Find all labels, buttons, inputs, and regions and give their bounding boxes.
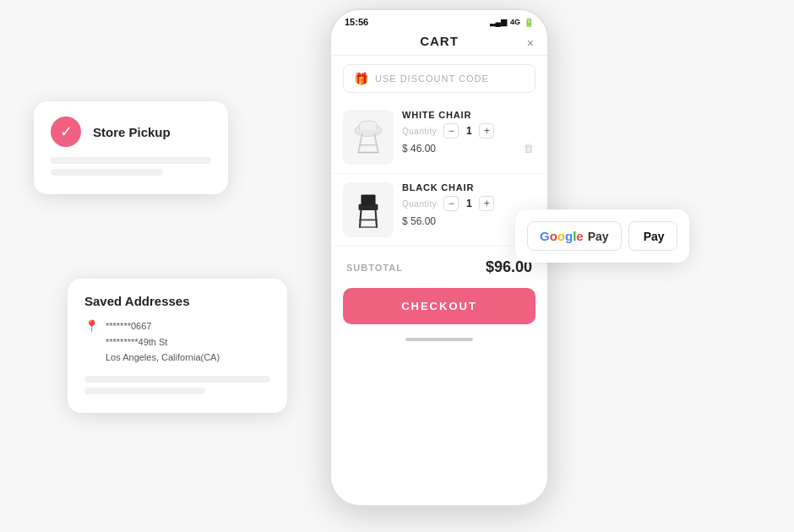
status-time: 15:56 — [345, 17, 368, 27]
subtotal-label: SUBTOTAL — [346, 263, 403, 273]
apay-label: Pay — [644, 230, 665, 243]
skeleton-line — [84, 388, 205, 394]
svg-line-1 — [358, 133, 362, 152]
home-bar — [331, 333, 547, 345]
white-chair-image — [343, 110, 394, 165]
skeleton-line — [51, 169, 163, 176]
battery-icon: 🔋 — [524, 18, 534, 27]
saved-addresses-card: Saved Addresses 📍 *******0667 *********4… — [68, 279, 287, 413]
decrease-qty-white[interactable]: − — [443, 123, 459, 138]
pin-icon: 📍 — [84, 319, 99, 333]
home-indicator — [405, 338, 473, 341]
address-line1: *******0667 — [106, 321, 151, 331]
discount-label: USE DISCOUNT CODE — [375, 73, 489, 84]
status-bar: 15:56 ▂▄▆ 4G 🔋 — [331, 10, 547, 30]
gift-icon: 🎁 — [354, 72, 368, 85]
address-line2: *********49th St — [106, 337, 167, 347]
white-chair-name: WHITE CHAIR — [402, 110, 536, 120]
increase-qty-white[interactable]: + — [479, 123, 494, 138]
address-text: *******0667 *********49th St Los Angeles… — [106, 318, 220, 366]
qty-value-black: 1 — [462, 198, 476, 209]
status-icons: ▂▄▆ 4G 🔋 — [490, 18, 534, 27]
qty-value-white: 1 — [462, 125, 476, 137]
svg-line-7 — [360, 210, 361, 227]
phone-mockup: 15:56 ▂▄▆ 4G 🔋 CART × 🎁 USE DISCOUNT COD… — [329, 8, 549, 507]
svg-line-8 — [376, 210, 377, 227]
cart-header: CART × — [331, 30, 547, 56]
g-icon: Google — [540, 229, 584, 243]
svg-rect-6 — [361, 194, 375, 205]
quantity-label: Quantity — [402, 127, 437, 136]
black-chair-image — [343, 182, 394, 237]
svg-line-2 — [374, 133, 378, 152]
skeleton-line — [51, 157, 211, 164]
network-label: 4G — [510, 18, 520, 26]
cart-title: CART — [420, 34, 459, 48]
gpay-label: Pay — [588, 230, 609, 243]
black-chair-name: BLACK CHAIR — [402, 182, 536, 193]
google-pay-button[interactable]: Google Pay — [527, 221, 622, 251]
store-pickup-card: ✓ Store Pickup — [34, 101, 228, 194]
store-pickup-title: Store Pickup — [93, 125, 171, 139]
apple-pay-button[interactable]: Pay — [628, 221, 677, 251]
payment-card: Google Pay Pay — [515, 209, 689, 263]
checkout-button[interactable]: CHECKOUT — [343, 288, 536, 324]
addresses-title: Saved Addresses — [84, 294, 270, 308]
quantity-label-black: Quantity — [402, 199, 437, 209]
white-chair-details: WHITE CHAIR Quantity − 1 + $ 46.00 🗑 — [402, 110, 536, 155]
close-button[interactable]: × — [527, 36, 534, 50]
cart-body: 🎁 USE DISCOUNT CODE — [331, 56, 547, 483]
delete-white-chair-icon[interactable]: 🗑 — [523, 142, 534, 155]
address-line3: Los Angeles, California(CA) — [106, 352, 220, 362]
increase-qty-black[interactable]: + — [479, 196, 494, 211]
white-chair-price: $ 46.00 — [402, 143, 436, 155]
cart-item-white-chair: WHITE CHAIR Quantity − 1 + $ 46.00 🗑 — [331, 101, 547, 174]
discount-code-row[interactable]: 🎁 USE DISCOUNT CODE — [343, 64, 536, 93]
check-icon: ✓ — [51, 117, 81, 147]
black-chair-price: $ 56.00 — [402, 215, 436, 227]
decrease-qty-black[interactable]: − — [443, 196, 459, 211]
skeleton-line — [84, 376, 270, 383]
signal-icon: ▂▄▆ — [490, 18, 507, 26]
